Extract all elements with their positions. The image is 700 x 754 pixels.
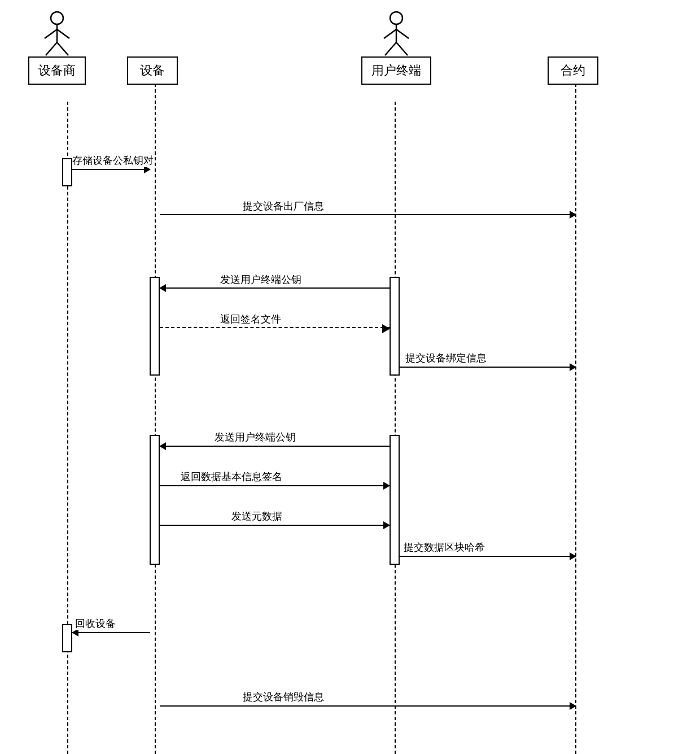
svg-point-6: [390, 12, 403, 24]
svg-line-10: [385, 42, 396, 55]
arrow-msg5: [400, 367, 576, 368]
label-msg3: 发送用户终端公钥: [220, 273, 301, 286]
label-msg11: 提交设备销毁信息: [243, 690, 324, 704]
lifeline-vendor: [67, 102, 68, 754]
user-figure-icon: [379, 11, 413, 56]
svg-line-4: [46, 42, 57, 55]
sequence-diagram: 设备商 设备 用户终端 合约: [0, 0, 700, 754]
arrow-msg3: [160, 287, 390, 289]
svg-line-5: [57, 42, 68, 55]
svg-line-3: [57, 29, 69, 38]
label-msg10: 回收设备: [75, 617, 116, 630]
lifeline-device: [155, 84, 156, 754]
label-msg2: 提交设备出厂信息: [243, 199, 324, 213]
actor-contract: 合约: [548, 56, 598, 85]
label-msg8: 发送元数据: [231, 509, 282, 523]
svg-point-0: [51, 12, 63, 24]
svg-line-2: [45, 29, 57, 38]
arrow-msg7: [160, 485, 390, 486]
svg-line-8: [384, 29, 396, 38]
arrow-msg4: [160, 327, 390, 328]
label-msg7: 返回数据基本信息签名: [181, 470, 282, 483]
user-label: 用户终端: [361, 56, 431, 85]
label-msg5: 提交设备绑定信息: [405, 351, 487, 365]
lifeline-contract: [575, 84, 576, 754]
arrow-msg8: [160, 525, 390, 526]
svg-line-11: [396, 42, 408, 55]
vendor-figure-icon: [40, 11, 74, 56]
label-msg4: 返回签名文件: [220, 312, 281, 326]
arrow-msg6: [160, 446, 390, 447]
activation-user-1: [390, 277, 400, 376]
activation-device-2: [150, 435, 160, 565]
activation-device-1: [150, 277, 160, 376]
arrow-msg9: [400, 556, 576, 557]
activation-vendor-1: [62, 158, 72, 186]
actor-vendor: 设备商: [28, 11, 86, 85]
label-msg6: 发送用户终端公钥: [215, 430, 296, 444]
activation-vendor-2: [62, 624, 72, 652]
contract-label: 合约: [548, 56, 598, 85]
actor-user: 用户终端: [361, 11, 431, 85]
arrow-msg10: [72, 632, 150, 633]
label-msg1: 存储设备公私钥对: [72, 154, 154, 167]
arrow-msg11: [160, 705, 576, 707]
activation-user-2: [390, 435, 400, 565]
vendor-label: 设备商: [28, 56, 86, 85]
label-msg9: 提交数据区块哈希: [404, 541, 485, 554]
lifeline-user: [395, 102, 396, 754]
device-label: 设备: [127, 56, 178, 85]
actor-device: 设备: [127, 56, 178, 85]
arrow-msg2: [160, 214, 576, 215]
arrow-msg1: [72, 169, 150, 170]
svg-line-9: [396, 29, 409, 38]
